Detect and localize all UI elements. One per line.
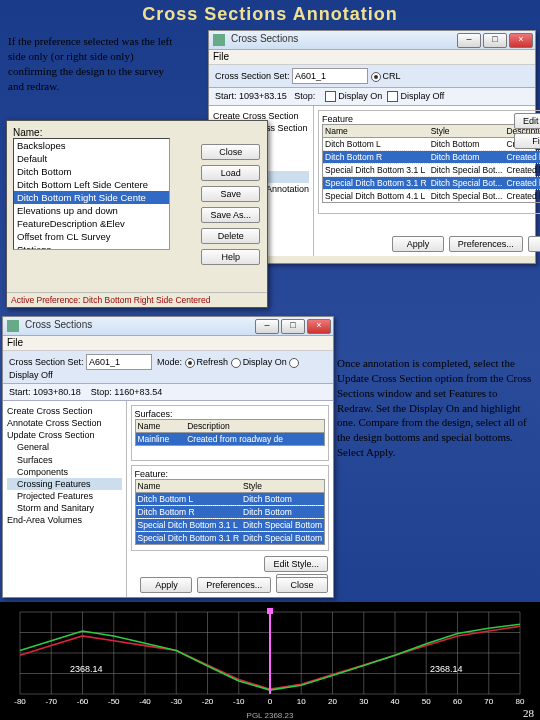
set-label: Cross Section Set: xyxy=(215,71,290,81)
dlg-help-button[interactable]: Help xyxy=(201,249,260,265)
feature-table[interactable]: NameStyleDescription Ditch Bottom LDitch… xyxy=(322,124,540,203)
display-off-radio[interactable] xyxy=(289,358,299,368)
refresh-radio[interactable] xyxy=(185,358,195,368)
name-label: Name: xyxy=(13,127,261,138)
dlg-saveas-button[interactable]: Save As... xyxy=(201,207,260,223)
list-item[interactable]: Offset from CL Survey xyxy=(14,230,169,243)
window-title: Cross Sections xyxy=(25,319,92,330)
tree-item[interactable]: Update Cross Section xyxy=(7,429,122,441)
table-row: Special Ditch Bottom 3.1 RDitch Special … xyxy=(135,532,324,545)
stop-label: Stop: xyxy=(294,91,318,101)
close-button[interactable]: × xyxy=(307,319,331,334)
table-row: Special Ditch Bottom 3.1 RDitch Special … xyxy=(323,177,540,190)
tree-item[interactable]: Surfaces xyxy=(7,454,122,466)
list-item[interactable]: Stations xyxy=(14,243,169,250)
surfaces-label: Surfaces: xyxy=(135,409,325,419)
svg-text:-60: -60 xyxy=(77,697,89,706)
edit-style-button[interactable]: Edit Style... xyxy=(514,113,540,129)
list-item[interactable]: FeatureDescription &Elev xyxy=(14,217,169,230)
svg-text:10: 10 xyxy=(297,697,306,706)
tree-item[interactable]: Projected Features xyxy=(7,490,122,502)
list-item[interactable]: Ditch Bottom xyxy=(14,165,169,178)
table-row: Ditch Bottom LDitch Bottom xyxy=(135,493,324,506)
minimize-button[interactable]: – xyxy=(457,33,481,48)
close-button[interactable]: Close xyxy=(276,577,328,593)
intro-text-right: Once annotation is completed, select the… xyxy=(337,356,532,460)
table-row: Ditch Bottom RDitch Bottom xyxy=(135,506,324,519)
close-button[interactable]: Close xyxy=(528,236,540,252)
svg-text:-40: -40 xyxy=(139,697,151,706)
intro-text-left: If the preference selected was the left … xyxy=(8,34,178,93)
tree-item[interactable]: Storm and Sanitary xyxy=(7,502,122,514)
table-row: Special Ditch Bottom 3.1 LDitch Special … xyxy=(323,164,540,177)
app-icon xyxy=(7,320,19,332)
preferences-button[interactable]: Preferences... xyxy=(449,236,523,252)
maximize-button[interactable]: □ xyxy=(483,33,507,48)
cross-section-chart: 2368.14 2368.14 -80-70-60-50-40-30-20-10… xyxy=(0,602,540,720)
minimize-button[interactable]: – xyxy=(255,319,279,334)
set-label: Cross Section Set: xyxy=(9,357,84,367)
svg-text:-50: -50 xyxy=(108,697,120,706)
tree-item[interactable]: Components xyxy=(7,466,122,478)
status-bar: Active Preference: Ditch Bottom Right Si… xyxy=(7,292,267,307)
tree-item[interactable]: General xyxy=(7,441,122,453)
window-title: Cross Sections xyxy=(231,33,298,44)
surfaces-table[interactable]: NameDescription MainlineCreated from roa… xyxy=(135,419,325,446)
svg-text:50: 50 xyxy=(422,697,431,706)
dlg-save-button[interactable]: Save xyxy=(201,186,260,202)
svg-text:30: 30 xyxy=(359,697,368,706)
display-on-check[interactable] xyxy=(325,91,336,102)
start-label: Start: 1093+80.18 xyxy=(9,387,81,397)
ctrl-radio[interactable] xyxy=(371,72,381,82)
svg-text:-10: -10 xyxy=(233,697,245,706)
elev-label-right: 2368.14 xyxy=(430,664,463,674)
tree-item[interactable]: Create Cross Section xyxy=(7,405,122,417)
elev-label-left: 2368.14 xyxy=(70,664,103,674)
display-on-radio[interactable] xyxy=(231,358,241,368)
table-row: MainlineCreated from roadway de xyxy=(135,433,324,446)
preferences-list[interactable]: Backslopes Default Ditch Bottom Ditch Bo… xyxy=(13,138,170,250)
svg-text:70: 70 xyxy=(484,697,493,706)
svg-text:20: 20 xyxy=(328,697,337,706)
dlg-delete-button[interactable]: Delete xyxy=(201,228,260,244)
tree-item[interactable]: Crossing Features xyxy=(7,478,122,490)
svg-text:-20: -20 xyxy=(202,697,214,706)
preferences-button[interactable]: Preferences... xyxy=(197,577,271,593)
svg-text:-30: -30 xyxy=(170,697,182,706)
svg-rect-23 xyxy=(267,608,273,614)
tree-item[interactable]: End-Area Volumes xyxy=(7,514,122,526)
feature-table[interactable]: NameStyle Ditch Bottom LDitch Bottom Dit… xyxy=(135,479,325,545)
table-row: Ditch Bottom RDitch BottomCreated by roa… xyxy=(323,151,540,164)
apply-button[interactable]: Apply xyxy=(140,577,192,593)
page-title: Cross Sections Annotation xyxy=(0,0,540,29)
dlg-close-button[interactable]: Close xyxy=(201,144,260,160)
apply-button[interactable]: Apply xyxy=(392,236,444,252)
nav-tree[interactable]: Create Cross Section Annotate Cross Sect… xyxy=(3,401,127,597)
pgl-label: PGL 2368.23 xyxy=(247,711,294,720)
svg-text:-70: -70 xyxy=(45,697,57,706)
menu-file[interactable]: File xyxy=(209,50,535,65)
set-dropdown[interactable] xyxy=(292,68,368,84)
list-item[interactable]: Elevations up and down xyxy=(14,204,169,217)
edit-style-button[interactable]: Edit Style... xyxy=(264,556,328,572)
list-item[interactable]: Ditch Bottom Left Side Centere xyxy=(14,178,169,191)
menu-file[interactable]: File xyxy=(3,336,333,351)
close-button[interactable]: × xyxy=(509,33,533,48)
feature-label: Feature xyxy=(322,114,540,124)
table-row: Ditch Bottom LDitch BottomCreated by roa… xyxy=(323,138,540,151)
list-item[interactable]: Default xyxy=(14,152,169,165)
svg-text:60: 60 xyxy=(453,697,462,706)
set-dropdown[interactable] xyxy=(86,354,152,370)
list-item[interactable]: Backslopes xyxy=(14,139,169,152)
dlg-load-button[interactable]: Load xyxy=(201,165,260,181)
list-item[interactable]: Ditch Bottom Right Side Cente xyxy=(14,191,169,204)
maximize-button[interactable]: □ xyxy=(281,319,305,334)
start-label: Start: 1093+83.15 xyxy=(215,91,287,101)
display-off-check[interactable] xyxy=(387,91,398,102)
svg-text:-80: -80 xyxy=(14,697,26,706)
filter-button[interactable]: Filter... xyxy=(514,133,540,149)
tree-item[interactable]: Annotate Cross Section xyxy=(7,417,122,429)
page-number: 28 xyxy=(523,707,534,719)
svg-text:80: 80 xyxy=(516,697,525,706)
cross-sections-window-2: Cross Sections – □ × File Cross Section … xyxy=(2,316,334,598)
